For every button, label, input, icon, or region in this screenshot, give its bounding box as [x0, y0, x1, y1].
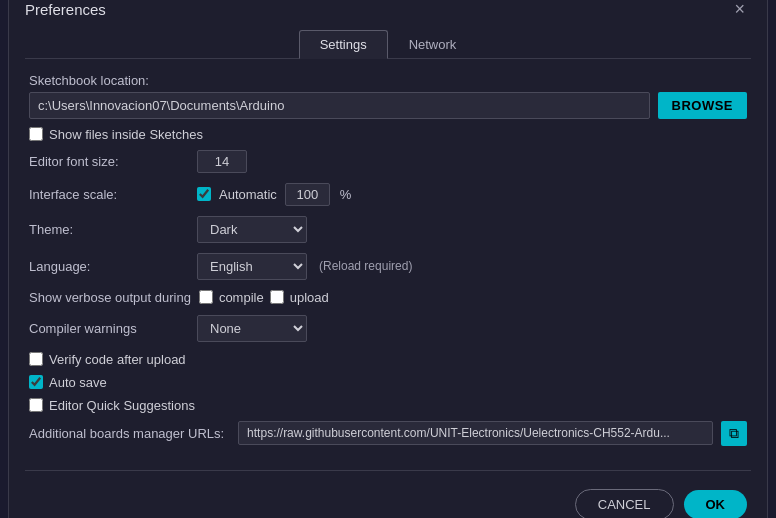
scale-input[interactable] — [285, 183, 330, 206]
show-files-checkbox[interactable] — [29, 127, 43, 141]
compile-checkbox[interactable] — [199, 290, 213, 304]
close-button[interactable]: × — [728, 0, 751, 22]
additional-urls-input[interactable] — [238, 421, 713, 445]
editor-font-size-row: Editor font size: — [29, 150, 747, 173]
url-copy-icon: ⧉ — [729, 425, 739, 442]
upload-checkbox[interactable] — [270, 290, 284, 304]
dialog-footer: CANCEL OK — [9, 477, 767, 519]
interface-scale-row: Interface scale: Automatic % — [29, 183, 747, 206]
browse-button[interactable]: BROWSE — [658, 92, 748, 119]
font-size-input[interactable] — [197, 150, 247, 173]
verbose-row: Show verbose output during compile uploa… — [29, 290, 747, 305]
verify-code-label: Verify code after upload — [49, 352, 186, 367]
verify-code-row: Verify code after upload — [29, 352, 747, 367]
show-files-label: Show files inside Sketches — [49, 127, 203, 142]
theme-label: Theme: — [29, 222, 189, 237]
tab-network[interactable]: Network — [388, 30, 478, 58]
sketchbook-location-label: Sketchbook location: — [29, 73, 747, 88]
verify-code-checkbox[interactable] — [29, 352, 43, 366]
compile-upload-row: compile upload — [199, 290, 329, 305]
upload-label: upload — [290, 290, 329, 305]
url-icon-button[interactable]: ⧉ — [721, 421, 747, 446]
compiler-warnings-select[interactable]: None Default More All — [197, 315, 307, 342]
additional-urls-row: Additional boards manager URLs: ⧉ — [29, 421, 747, 446]
theme-select[interactable]: Dark Light System — [197, 216, 307, 243]
theme-row: Theme: Dark Light System — [29, 216, 747, 243]
automatic-label: Automatic — [219, 187, 277, 202]
preferences-dialog: Preferences × Settings Network Sketchboo… — [8, 0, 768, 518]
tab-bar: Settings Network — [25, 22, 751, 59]
sketchbook-location-section: Sketchbook location: BROWSE — [29, 73, 747, 119]
verbose-label: Show verbose output during — [29, 290, 191, 305]
dialog-title: Preferences — [25, 1, 106, 18]
automatic-checkbox[interactable] — [197, 187, 211, 201]
language-select[interactable]: English Spanish French German — [197, 253, 307, 280]
editor-quick-checkbox[interactable] — [29, 398, 43, 412]
show-files-row: Show files inside Sketches — [29, 127, 747, 142]
auto-save-label: Auto save — [49, 375, 107, 390]
compiler-warnings-label: Compiler warnings — [29, 321, 189, 336]
tab-settings[interactable]: Settings — [299, 30, 388, 59]
interface-scale-label: Interface scale: — [29, 187, 189, 202]
editor-quick-label: Editor Quick Suggestions — [49, 398, 195, 413]
ok-button[interactable]: OK — [684, 490, 748, 519]
additional-urls-label: Additional boards manager URLs: — [29, 426, 224, 441]
settings-content: Sketchbook location: BROWSE Show files i… — [9, 59, 767, 470]
editor-font-size-label: Editor font size: — [29, 154, 189, 169]
sketchbook-path-input[interactable] — [29, 92, 650, 119]
auto-save-checkbox[interactable] — [29, 375, 43, 389]
footer-divider — [25, 470, 751, 471]
dialog-header: Preferences × — [9, 0, 767, 22]
reload-note: (Reload required) — [319, 259, 412, 273]
language-label: Language: — [29, 259, 189, 274]
auto-save-row: Auto save — [29, 375, 747, 390]
percent-label: % — [340, 187, 352, 202]
compile-label: compile — [219, 290, 264, 305]
editor-quick-row: Editor Quick Suggestions — [29, 398, 747, 413]
sketchbook-input-row: BROWSE — [29, 92, 747, 119]
language-row: Language: English Spanish French German … — [29, 253, 747, 280]
compiler-warnings-row: Compiler warnings None Default More All — [29, 315, 747, 342]
cancel-button[interactable]: CANCEL — [575, 489, 674, 519]
